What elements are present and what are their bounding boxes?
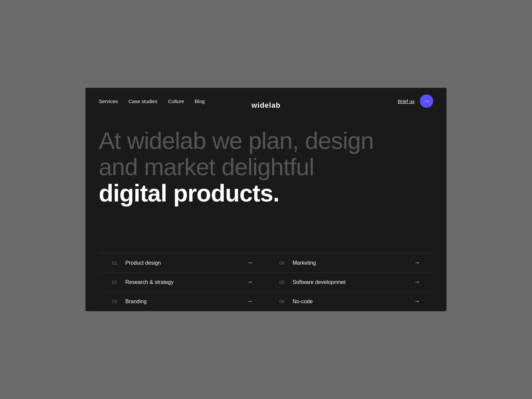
browser-window: Services Case studies Culture Blog widel… (85, 88, 447, 311)
hero-text: At widelab we plan, design and market de… (99, 128, 433, 207)
brief-us-link[interactable]: Brief us (398, 98, 415, 104)
service-number-5: 05 (279, 280, 286, 285)
nav-wrapper: Services Case studies Culture Blog widel… (99, 94, 433, 108)
service-item-branding[interactable]: 03 Branding → (99, 292, 266, 311)
nav-link-culture[interactable]: Culture (168, 98, 184, 104)
services-grid: 01 Product design → 04 Marketing → 02 Re… (99, 253, 433, 311)
service-item-nocode[interactable]: 06 No-code → (266, 292, 433, 311)
hero-line-2: and market delightful (99, 154, 433, 180)
service-number-2: 02 (112, 280, 119, 285)
service-arrow-5: → (414, 279, 420, 286)
service-name-6: No-code (293, 299, 414, 305)
service-arrow-2: → (247, 279, 253, 286)
hero-section: At widelab we plan, design and market de… (85, 114, 447, 311)
arrow-icon: → (424, 98, 430, 105)
service-number-4: 04 (279, 260, 286, 266)
service-name-5: Software developmnet (293, 279, 414, 285)
nav-link-services[interactable]: Services (99, 98, 118, 104)
service-name-4: Marketing (293, 260, 414, 266)
service-arrow-3: → (247, 298, 253, 305)
service-number-6: 06 (279, 299, 286, 304)
hero-line-3: digital products. (99, 180, 433, 206)
service-arrow-4: → (414, 259, 420, 266)
service-arrow-6: → (414, 298, 420, 305)
hero-line-1: At widelab we plan, design (99, 128, 433, 154)
nav-link-case-studies[interactable]: Case studies (129, 98, 158, 104)
services-list: 01 Product design → 04 Marketing → 02 Re… (99, 253, 433, 311)
service-name-1: Product design (125, 260, 247, 266)
service-name-2: Research & strategy (125, 279, 247, 285)
service-number-1: 01 (112, 260, 119, 266)
service-item-marketing[interactable]: 04 Marketing → (266, 253, 433, 273)
nav-links: Services Case studies Culture Blog (99, 98, 205, 104)
service-item-research[interactable]: 02 Research & strategy → (99, 273, 266, 292)
nav-right: Brief us → (398, 94, 433, 108)
service-number-3: 03 (112, 299, 119, 304)
nav-link-blog[interactable]: Blog (195, 98, 205, 104)
logo[interactable]: widelab (251, 101, 281, 110)
brief-us-button[interactable]: → (420, 94, 433, 108)
service-arrow-1: → (247, 259, 253, 266)
navbar: Services Case studies Culture Blog widel… (85, 88, 447, 114)
service-name-3: Branding (125, 299, 247, 305)
service-item-product-design[interactable]: 01 Product design → (99, 253, 266, 273)
service-item-software[interactable]: 05 Software developmnet → (266, 273, 433, 292)
